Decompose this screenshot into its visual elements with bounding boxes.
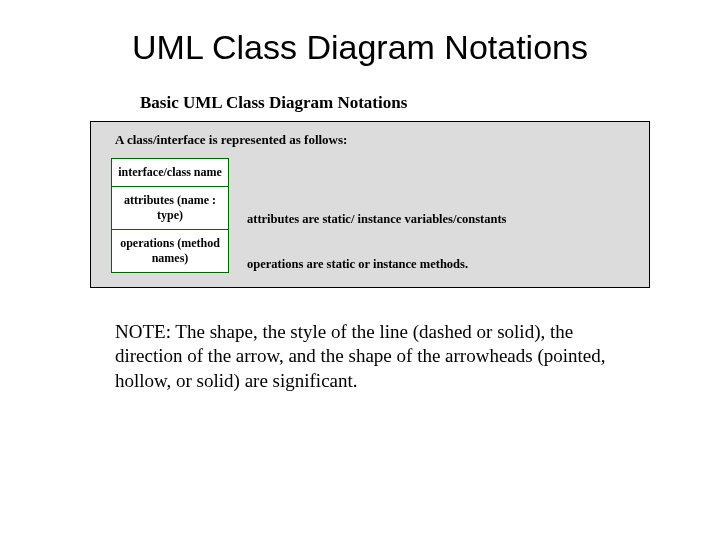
class-operations-compartment: operations (method names)	[111, 230, 229, 273]
operations-label: operations are static or instance method…	[247, 257, 637, 272]
figure-intro: A class/interface is represented as foll…	[115, 132, 637, 148]
figure-content-row: interface/class name attributes (name : …	[107, 158, 637, 273]
figure-heading: Basic UML Class Diagram Notations	[90, 87, 650, 121]
figure-labels-column: attributes are static/ instance variable…	[247, 158, 637, 273]
class-attributes-compartment: attributes (name : type)	[111, 187, 229, 230]
uml-class-box: interface/class name attributes (name : …	[111, 158, 229, 273]
page-title: UML Class Diagram Notations	[0, 0, 720, 87]
figure-box: A class/interface is represented as foll…	[90, 121, 650, 288]
class-name-compartment: interface/class name	[111, 158, 229, 187]
note-text: NOTE: The shape, the style of the line (…	[115, 320, 635, 393]
figure-area: Basic UML Class Diagram Notations A clas…	[90, 87, 650, 288]
attributes-label: attributes are static/ instance variable…	[247, 212, 637, 227]
